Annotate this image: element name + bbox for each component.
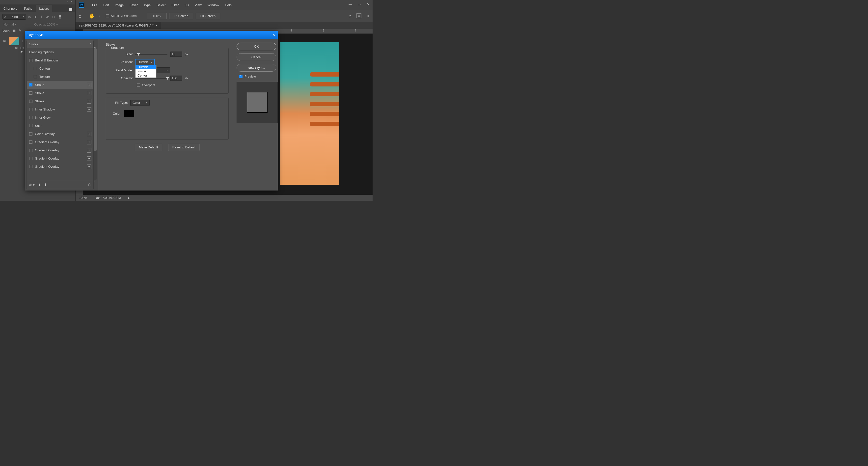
style-item-texture[interactable]: Texture — [27, 72, 93, 81]
home-icon[interactable]: ⌂ — [79, 13, 82, 19]
style-item-add-icon[interactable]: + — [87, 83, 91, 87]
layer-filter-kind-select[interactable]: ⌕ Kind ▾ — [2, 14, 26, 20]
style-item-stroke[interactable]: Stroke+ — [27, 89, 93, 97]
style-item-bevel-emboss[interactable]: Bevel & Emboss — [27, 56, 93, 64]
style-item-checkbox[interactable] — [29, 91, 32, 95]
zoom-value[interactable]: 100% — [147, 12, 166, 19]
cancel-button[interactable]: Cancel — [237, 53, 276, 61]
move-down-icon[interactable]: ⬇ — [44, 183, 47, 187]
style-item-stroke[interactable]: Stroke+ — [27, 97, 93, 105]
style-item-add-icon[interactable]: + — [87, 132, 91, 136]
document-tab[interactable]: cat-2068462_1920.jpg @ 100% (Layer 0, RG… — [75, 22, 161, 29]
opacity-input[interactable] — [170, 75, 182, 81]
scrollbar-down-icon[interactable]: ▾ — [94, 180, 96, 183]
lock-pixels-icon[interactable]: ▦ — [12, 29, 16, 32]
status-flyout-icon[interactable]: ▸ — [128, 196, 130, 200]
scrollbar-up-icon[interactable]: ▴ — [94, 45, 96, 48]
overprint-checkbox[interactable] — [137, 84, 140, 87]
opacity-slider[interactable] — [135, 78, 167, 79]
style-item-gradient-overlay[interactable]: Gradient Overlay+ — [27, 162, 93, 171]
move-up-icon[interactable]: ⬆ — [38, 183, 41, 187]
layer-name[interactable]: L — [22, 39, 24, 43]
menu-help[interactable]: Help — [222, 3, 235, 7]
style-item-checkbox[interactable] — [29, 141, 32, 144]
search-icon[interactable]: ⌕ — [349, 13, 351, 19]
workspace-select-icon[interactable]: ▭ — [356, 13, 362, 18]
position-option-outside[interactable]: Outside — [135, 65, 156, 69]
style-item-checkbox[interactable] — [34, 67, 37, 70]
style-item-add-icon[interactable]: + — [87, 140, 91, 145]
style-item-contour[interactable]: Contour — [27, 64, 93, 72]
scroll-all-windows-checkbox[interactable]: Scroll All Windows — [106, 14, 137, 18]
reset-default-button[interactable]: Reset to Default — [168, 144, 200, 151]
style-item-checkbox[interactable] — [29, 149, 32, 152]
style-item-add-icon[interactable]: + — [87, 107, 91, 112]
fx-menu-icon[interactable]: fx ▾ — [29, 183, 34, 187]
menu-window[interactable]: Window — [205, 3, 222, 7]
style-item-stroke[interactable]: Stroke+ — [27, 81, 93, 89]
lock-paint-icon[interactable]: ✎ — [18, 29, 22, 32]
fill-screen-button[interactable]: Fill Screen — [196, 12, 220, 19]
hand-tool-icon[interactable]: ✋ — [89, 13, 95, 19]
style-item-checkbox[interactable] — [29, 165, 32, 168]
effect-visibility-icon[interactable]: 👁 — [19, 50, 23, 54]
style-item-checkbox[interactable] — [29, 59, 32, 62]
position-select[interactable]: Outside ▾ — [135, 59, 155, 65]
menu-select[interactable]: Select — [154, 3, 168, 7]
style-item-add-icon[interactable]: + — [87, 164, 91, 169]
styles-header[interactable]: Styles ˄ — [27, 40, 94, 48]
filter-shape-icon[interactable]: ▱ — [45, 14, 50, 19]
status-zoom[interactable]: 100% — [79, 196, 87, 200]
filter-smart-icon[interactable]: ◻ — [51, 14, 56, 19]
menu-type[interactable]: Type — [141, 3, 154, 7]
window-minimize-button[interactable]: — — [348, 2, 352, 6]
style-item-checkbox[interactable] — [29, 100, 32, 103]
style-item-add-icon[interactable]: + — [87, 91, 91, 95]
preview-checkbox[interactable] — [239, 75, 243, 78]
ok-button[interactable]: OK — [237, 42, 276, 50]
make-default-button[interactable]: Make Default — [135, 144, 162, 151]
style-item-checkbox[interactable] — [29, 132, 32, 135]
style-item-gradient-overlay[interactable]: Gradient Overlay+ — [27, 138, 93, 146]
menu-image[interactable]: Image — [112, 3, 127, 7]
scrollbar-thumb[interactable] — [94, 48, 97, 151]
color-swatch[interactable] — [124, 110, 134, 117]
panel-collapse-button[interactable]: « ✕ — [0, 0, 75, 4]
menu-file[interactable]: File — [89, 3, 100, 7]
style-item-color-overlay[interactable]: Color Overlay+ — [27, 130, 93, 138]
filter-pixel-icon[interactable]: ▧ — [28, 14, 32, 19]
style-item-add-icon[interactable]: + — [87, 148, 91, 153]
style-item-add-icon[interactable]: + — [87, 99, 91, 103]
blend-mode-select[interactable]: Normal ▾ — [2, 22, 32, 27]
filter-adjustment-icon[interactable]: ◐ — [33, 14, 38, 19]
style-item-inner-shadow[interactable]: Inner Shadow+ — [27, 105, 93, 114]
style-item-gradient-overlay[interactable]: Gradient Overlay+ — [27, 154, 93, 162]
style-item-checkbox[interactable] — [29, 108, 32, 111]
panel-tab-paths[interactable]: Paths — [21, 5, 36, 12]
size-slider[interactable] — [135, 54, 167, 55]
layer-visibility-icon[interactable]: 👁 — [2, 39, 6, 43]
menu-filter[interactable]: Filter — [168, 3, 182, 7]
style-item-checkbox[interactable] — [29, 124, 32, 127]
delete-icon[interactable]: 🗑 — [88, 183, 91, 187]
document-tab-close-icon[interactable]: × — [156, 24, 158, 27]
menu-layer[interactable]: Layer — [127, 3, 141, 7]
panel-menu-button[interactable] — [66, 5, 75, 12]
window-close-button[interactable]: ✕ — [366, 2, 370, 6]
panel-tab-layers[interactable]: Layers — [36, 5, 52, 12]
filter-toggle[interactable] — [59, 15, 61, 19]
styles-blending-options[interactable]: Blending Options — [27, 48, 93, 56]
menu-view[interactable]: View — [192, 3, 205, 7]
style-item-checkbox[interactable] — [29, 116, 32, 119]
dialog-titlebar[interactable]: Layer Style ✕ — [25, 31, 278, 39]
window-maximize-button[interactable]: ▭ — [357, 2, 361, 6]
panel-tab-channels[interactable]: Channels — [0, 5, 21, 12]
layer-thumbnail[interactable] — [9, 37, 19, 45]
effects-visibility-icon[interactable]: 👁 — [14, 46, 18, 50]
style-item-satin[interactable]: Satin — [27, 122, 93, 130]
preview-checkbox-row[interactable]: Preview — [239, 74, 274, 78]
styles-scrollbar[interactable]: ▴ ▾ — [94, 48, 97, 180]
new-style-button[interactable]: New Style... — [237, 64, 276, 71]
style-item-checkbox[interactable] — [34, 75, 37, 78]
style-item-checkbox[interactable] — [29, 157, 32, 160]
